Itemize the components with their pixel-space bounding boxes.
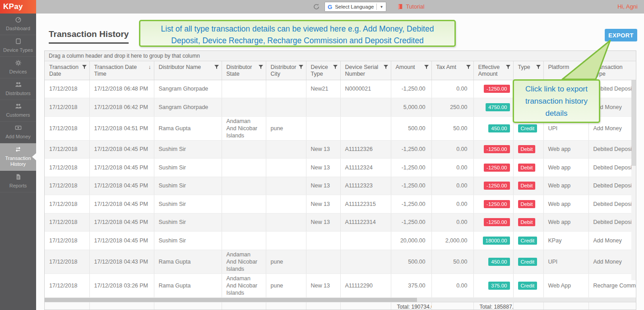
gear-icon [15,59,22,66]
cell-name: Sushim Sir [154,159,222,177]
sidebar-item-distributors[interactable]: Distributors [0,78,36,100]
users-icon [15,81,22,88]
cell-txn: Add Money [588,232,636,250]
filter-icon[interactable] [384,65,388,69]
column-header-distributor-name[interactable]: Distributor Name [154,61,222,80]
cell-platform: Web app [543,213,588,232]
users-icon [15,103,22,109]
table-row[interactable]: 17/12/201817/12/2018 04:45 PMSushim SirN… [45,159,636,177]
column-label: Effective Amount [478,64,505,77]
sidebar-item-transaction-history[interactable]: Transaction History [0,143,36,171]
vertical-scrollbar[interactable] [631,80,636,280]
column-header-platform[interactable]: Platform [543,61,588,80]
totals-empty-cell [45,302,89,310]
sidebar-item-label: Add Money [1,134,35,140]
cell-datetime: 17/12/2018 04:45 PM [89,140,154,159]
filter-icon[interactable] [506,65,510,69]
swap-icon [15,146,22,153]
table-row[interactable]: 17/12/201817/12/2018 04:45 PMSushim SirN… [45,213,636,232]
table-row[interactable]: 17/12/201817/12/2018 04:45 PMSushim SirN… [45,195,636,214]
cell-serial: A11112326 [340,140,391,159]
filter-icon[interactable] [466,65,471,69]
cell-state [222,195,266,214]
tutorial-link[interactable]: Tutorial [397,4,424,10]
kpay-logo[interactable]: KPay [0,0,36,14]
cell-datetime: 17/12/2018 04:45 PM [89,159,154,177]
cell-datetime: 17/12/2018 04:45 PM [89,213,154,232]
cell-type: Credit [513,250,543,274]
cell-type: Credit [513,232,543,250]
filter-icon[interactable] [424,65,429,69]
filter-icon[interactable] [259,65,263,69]
cell-datetime: 17/12/2018 04:51 PM [89,116,154,140]
column-header-type[interactable]: Type [513,61,543,80]
totals-empty-cell [222,302,266,310]
table-row[interactable]: 17/12/201817/12/2018 04:45 PMSushim Sir2… [45,232,636,250]
column-header-transaction-type[interactable]: Transaction Type [588,61,636,80]
totals-empty-cell [266,302,306,310]
table-row[interactable]: 17/12/201817/12/2018 04:45 PMSushim SirN… [45,177,636,195]
filter-icon[interactable] [333,65,338,69]
sidebar-item-add-money[interactable]: Add Money [0,122,36,143]
column-header-effective-amount[interactable]: Effective Amount [473,61,513,80]
vertical-scrollbar-thumb[interactable] [631,80,636,166]
table-header-row: Transaction DateTransaction Date Time↓Di… [45,61,636,80]
sidebar-item-devices[interactable]: Devices [0,57,36,78]
filter-icon[interactable] [82,65,87,69]
column-label: Device Type [311,64,332,77]
filter-icon[interactable] [536,65,541,69]
sidebar-item-label: Devices [1,69,35,75]
table-row[interactable]: 17/12/201817/12/2018 04:43 PMRama GuptaA… [45,250,636,274]
filter-icon[interactable] [214,65,219,69]
sidebar-item-customers[interactable]: Customers [0,100,36,122]
language-select[interactable]: G Select Language ▼ [324,2,386,12]
table-row[interactable]: 17/12/201817/12/2018 03:26 PMRama GuptaA… [45,274,636,297]
reload-icon[interactable] [313,3,320,10]
cell-platform: Web app [543,159,588,177]
sidebar-item-reports[interactable]: Reports [0,171,36,192]
cell-serial [340,232,391,250]
column-label: Amount [396,64,415,71]
cell-name: Sushim Sir [154,232,222,250]
cell-datetime: 17/12/2018 04:43 PM [89,250,154,274]
page-title: Transaction History [49,29,129,44]
horizontal-scrollbar-thumb[interactable] [45,298,417,302]
column-header-amount[interactable]: Amount [391,61,431,80]
cell-name: Sushim Sir [154,140,222,159]
cell-serial: A111122315 [340,195,391,214]
cell-device: New 13 [306,177,340,195]
cell-tax: 0.00 [431,159,473,177]
cell-state: Andaman And Nicobar Islands [222,116,266,140]
cell-tax: 0.00 [431,177,473,195]
export-button[interactable]: EXPORT [605,29,637,41]
sidebar-item-dashboard[interactable]: Dashboard [0,14,36,35]
column-header-device-type[interactable]: Device Type [306,61,340,80]
group-by-drop-zone[interactable]: Drag a column header and drop it here to… [45,51,636,61]
cell-serial: A11112324 [340,159,391,177]
cell-tax: 0.00 [431,213,473,232]
table-row[interactable]: 17/12/201817/12/2018 04:45 PMSushim SirN… [45,140,636,159]
sidebar-item-device-types[interactable]: Device Types [0,35,36,57]
cell-state: Andaman And Nicobar Islands [222,274,266,297]
type-badge: Debit [518,145,536,153]
cell-name: Rama Gupta [154,116,222,140]
cell-device [306,250,340,274]
horizontal-scrollbar[interactable] [45,298,636,302]
filter-icon[interactable] [299,65,303,69]
column-header-transaction-date[interactable]: Transaction Date [45,61,89,80]
cell-platform: Web app [543,140,588,159]
cell-amount: -1,250.00 [391,213,431,232]
active-item-notch [32,153,36,160]
cell-state [222,232,266,250]
column-header-tax-amt[interactable]: Tax Amt [431,61,473,80]
column-header-distributor-city[interactable]: Distributor City [266,61,306,80]
cell-effective: -1250.00 [473,195,513,214]
filter-icon[interactable] [581,65,586,69]
type-badge: Credit [518,124,537,132]
column-header-device-serial-number[interactable]: Device Serial Number [340,61,391,80]
cell-serial: A111122314 [340,213,391,232]
column-header-distributor-state[interactable]: Distributor State [222,61,266,80]
column-header-transaction-date-time[interactable]: Transaction Date Time↓ [89,61,154,80]
column-label: Tax Amt [436,64,456,71]
cell-type: Debit [513,159,543,177]
